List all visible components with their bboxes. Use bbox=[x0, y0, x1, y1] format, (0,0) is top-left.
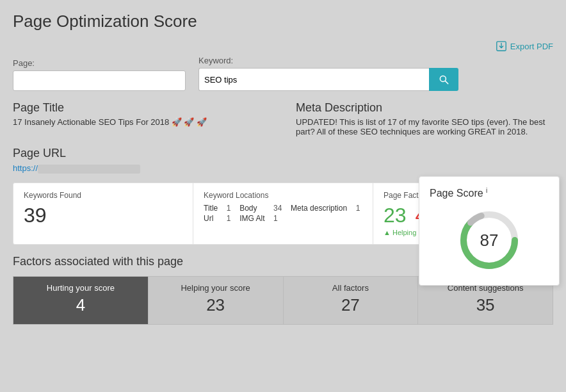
page-score-title: Page Score i bbox=[430, 187, 549, 199]
keyword-input-group: Keyword: bbox=[198, 56, 458, 91]
page-wrapper: Page Optimization Score Export PDF Page:… bbox=[0, 0, 566, 392]
helping-arrow: ▲ Helping bbox=[384, 229, 416, 236]
page-title: Page Optimization Score bbox=[13, 12, 553, 31]
kl-title-val: 1 bbox=[227, 204, 233, 213]
helping-count: 23 bbox=[384, 204, 407, 227]
keyword-input[interactable] bbox=[198, 68, 429, 91]
tab-hurting-count: 4 bbox=[24, 295, 138, 315]
score-circle: 87 bbox=[457, 208, 521, 272]
meta-row: Page Title 17 Insanely Actionable SEO Ti… bbox=[13, 101, 553, 136]
page-url-section: Page URL https:// bbox=[13, 147, 553, 174]
score-number: 87 bbox=[480, 230, 499, 250]
meta-right: Meta Description UPDATED! This is list o… bbox=[296, 101, 553, 136]
kl-body-key: Body bbox=[239, 204, 267, 213]
tab-helping-count: 23 bbox=[159, 295, 273, 315]
page-title-value: 17 Insanely Actionable SEO Tips For 2018… bbox=[13, 117, 270, 127]
tab-helping-label: Helping your score bbox=[159, 283, 273, 293]
tab-hurting[interactable]: Hurting your score 4 bbox=[13, 276, 148, 325]
score-circle-container: 87 bbox=[430, 208, 549, 272]
keyword-row bbox=[198, 68, 458, 91]
keyword-locations-box: Keyword Locations Title 1 Body 34 Meta d… bbox=[193, 183, 373, 244]
page-score-info-marker: i bbox=[486, 187, 487, 194]
tab-all-label: All factors bbox=[294, 283, 408, 293]
kl-meta-key: Meta description bbox=[291, 204, 350, 213]
export-icon bbox=[496, 40, 507, 52]
tab-helping[interactable]: Helping your score 23 bbox=[148, 276, 283, 325]
keywords-found-box: Keywords Found 39 bbox=[13, 183, 193, 244]
keywords-found-label: Keywords Found bbox=[24, 191, 182, 200]
kl-meta-val: 1 bbox=[356, 204, 362, 213]
page-url-link[interactable]: https:// bbox=[13, 163, 140, 173]
page-label: Page: bbox=[13, 58, 186, 68]
kl-body-val: 34 bbox=[273, 204, 284, 213]
search-icon bbox=[438, 74, 449, 85]
page-score-title-text: Page Score bbox=[430, 188, 483, 199]
svg-line-2 bbox=[445, 81, 448, 84]
export-bar: Export PDF bbox=[13, 40, 553, 52]
url-prefix: https:// bbox=[13, 163, 38, 173]
meta-desc-label: Meta Description bbox=[296, 101, 553, 115]
page-score-card: Page Score i 87 bbox=[419, 176, 560, 286]
page-title-label: Page Title bbox=[13, 101, 270, 115]
export-pdf-button[interactable]: Export PDF bbox=[496, 40, 553, 52]
kl-url-key: Url bbox=[204, 214, 220, 223]
input-row: Page: Keyword: bbox=[13, 56, 553, 91]
keyword-locations-label: Keyword Locations bbox=[204, 191, 362, 200]
page-url-label: Page URL bbox=[13, 147, 553, 160]
keywords-found-value: 39 bbox=[24, 204, 182, 227]
export-pdf-label: Export PDF bbox=[510, 42, 553, 51]
page-input-group: Page: bbox=[13, 58, 186, 91]
url-hidden bbox=[38, 165, 140, 174]
meta-desc-value: UPDATED! This is list of 17 of my favori… bbox=[296, 117, 553, 136]
stats-wrapper: Keywords Found 39 Keyword Locations Titl… bbox=[13, 183, 553, 245]
kl-imgalt-key: IMG Alt bbox=[239, 214, 267, 223]
tab-all[interactable]: All factors 27 bbox=[283, 276, 418, 325]
kl-url-val: 1 bbox=[227, 214, 233, 223]
kl-title-key: Title bbox=[204, 204, 220, 213]
tab-all-count: 27 bbox=[294, 295, 408, 315]
meta-left: Page Title 17 Insanely Actionable SEO Ti… bbox=[13, 101, 270, 136]
search-button[interactable] bbox=[429, 68, 458, 91]
tab-content-count: 35 bbox=[428, 295, 542, 315]
keyword-label: Keyword: bbox=[198, 56, 458, 65]
keyword-locations-grid: Title 1 Body 34 Meta description 1 Url 1… bbox=[204, 204, 362, 223]
page-input[interactable] bbox=[13, 70, 186, 91]
tab-hurting-label: Hurting your score bbox=[24, 283, 138, 293]
kl-imgalt-val: 1 bbox=[273, 214, 284, 223]
